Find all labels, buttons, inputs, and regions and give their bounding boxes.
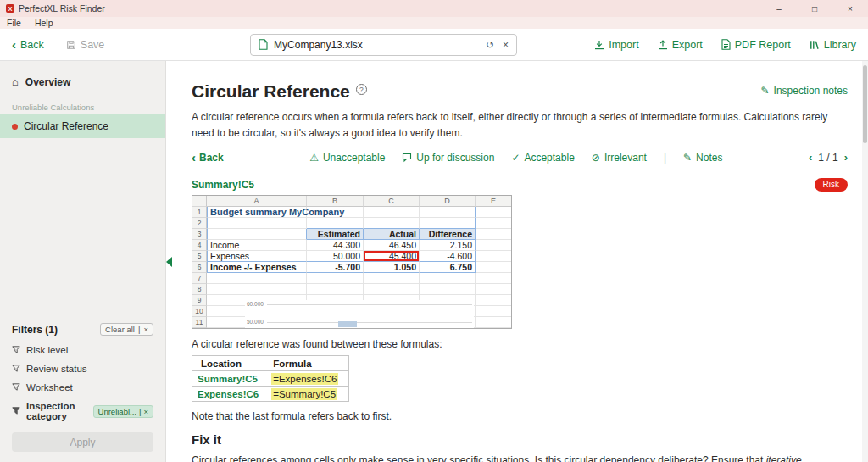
sheet-row: 3 Estimated Actual Difference	[192, 229, 511, 240]
close-file-icon[interactable]: ×	[503, 39, 509, 51]
menu-file[interactable]: File	[7, 18, 21, 28]
formula-table: Location Formula Summary!C5 =Expenses!C6…	[192, 355, 349, 402]
save-button[interactable]: Save	[66, 39, 105, 51]
import-button[interactable]: Import	[594, 39, 638, 51]
row-number: 3	[192, 229, 207, 240]
toolbar: ‹ Back Save MyCompany13.xlsx ↺ ×	[0, 29, 868, 61]
filter-review-status-label: Review status	[26, 364, 87, 374]
filter-review-status[interactable]: Review status	[0, 359, 165, 378]
review-back-button[interactable]: ‹ Back	[192, 152, 224, 164]
sidebar: ⌂ Overview Unreliable Calculations Circu…	[0, 61, 166, 462]
formula-highlight: =Summary!C5	[271, 388, 337, 400]
filters-header: Filters (1) Clear all | ×	[0, 318, 165, 341]
slash-circle-icon: ⊘	[592, 152, 600, 164]
next-page-icon[interactable]: ›	[844, 151, 848, 164]
page-indicator: 1 / 1	[818, 152, 837, 164]
separator: |	[664, 152, 666, 164]
formula-table-header-row: Location Formula	[192, 356, 349, 371]
review-back-label: Back	[199, 152, 224, 164]
formula-location-link[interactable]: Summary!C5	[192, 371, 264, 387]
inspection-notes-link[interactable]: ✎ Inspection notes	[761, 85, 848, 97]
formula-highlight: =Expenses!C6	[271, 373, 338, 385]
vertical-scrollbar[interactable]	[862, 61, 868, 462]
sheet-cell-expenses: Expenses	[207, 251, 307, 262]
toolbar-right: Import Export PDF Report Library	[594, 39, 856, 51]
unacceptable-label: Unacceptable	[323, 152, 385, 164]
spreadsheet-preview: A B C D E 1 Budget summary MyCompany 2	[192, 195, 512, 329]
filter-funnel-icon	[12, 407, 20, 415]
warning-icon: ⚠	[309, 152, 319, 164]
sheet-cell	[476, 240, 511, 251]
acceptable-button[interactable]: ✓ Acceptable	[511, 152, 574, 164]
row-number: 1	[192, 207, 207, 218]
formula-cell: =Summary!C5	[264, 387, 349, 402]
sidebar-collapse-handle[interactable]	[166, 257, 172, 267]
found-text: A circular reference was found between t…	[192, 338, 848, 350]
library-button[interactable]: Library	[810, 39, 856, 51]
sheet-cell: -5.700	[307, 262, 364, 273]
row-number: 9	[192, 295, 207, 306]
help-icon[interactable]: ?	[356, 84, 367, 95]
pdf-report-button[interactable]: PDF Report	[721, 39, 791, 51]
row-number: 7	[192, 273, 207, 284]
close-button[interactable]: ×	[832, 0, 868, 17]
formula-cell: =Expenses!C6	[264, 371, 349, 387]
filter-risk-level[interactable]: Risk level	[0, 341, 165, 359]
up-for-discussion-button[interactable]: Up for discussion	[402, 152, 494, 164]
apply-button[interactable]: Apply	[12, 432, 153, 452]
formula-location-link[interactable]: Expenses!C6	[192, 387, 264, 402]
col-header-d: D	[420, 196, 476, 207]
sheet-cell-actual-header: Actual	[364, 229, 420, 240]
sheet-cell	[364, 273, 420, 284]
undo-icon[interactable]: ↺	[486, 39, 494, 51]
prev-page-icon[interactable]: ‹	[809, 151, 812, 164]
sheet-corner	[192, 196, 207, 207]
filter-inspection-category[interactable]: Inspection category Unreliabl... | ×	[0, 397, 165, 426]
cell-ref-row: Summary!C5 Risk	[192, 178, 848, 192]
sheet-cell: 44.300	[307, 240, 364, 251]
clear-all-button[interactable]: Clear all | ×	[100, 323, 153, 336]
risk-badge: Risk	[815, 178, 848, 192]
sheet-cell	[476, 317, 511, 328]
unacceptable-button[interactable]: ⚠ Unacceptable	[309, 152, 385, 164]
sheet-header-row: A B C D E	[192, 196, 511, 207]
maximize-button[interactable]: □	[797, 0, 832, 17]
filter-worksheet[interactable]: Worksheet	[0, 378, 165, 397]
sheet-cell	[207, 218, 307, 229]
sheet-cell	[364, 284, 420, 295]
chart-gridline	[267, 304, 472, 305]
sheet-cell	[420, 218, 476, 229]
body-row: ⌂ Overview Unreliable Calculations Circu…	[0, 61, 868, 462]
sheet-cell: 1.050	[364, 262, 420, 273]
irrelevant-button[interactable]: ⊘ Irrelevant	[592, 152, 647, 164]
back-button[interactable]: ‹ Back	[12, 39, 44, 51]
file-chip[interactable]: MyCompany13.xlsx ↺ ×	[250, 34, 517, 56]
sheet-cell: 46.450	[364, 240, 420, 251]
sheet-cell	[307, 218, 364, 229]
pdf-document-icon	[721, 39, 731, 50]
sheet-cell	[207, 284, 307, 295]
sheet-row: 5 Expenses 50.000 45.400 -4.600	[192, 251, 511, 262]
sheet-row: 2	[192, 218, 511, 229]
category-filter-badge[interactable]: Unreliabl... | ×	[93, 405, 153, 418]
col-header-b: B	[307, 196, 364, 207]
menu-help[interactable]: Help	[35, 18, 53, 28]
sidebar-item-circular-reference[interactable]: Circular Reference	[0, 114, 165, 138]
sheet-cell	[307, 284, 364, 295]
sidebar-item-overview[interactable]: ⌂ Overview	[0, 70, 165, 94]
sheet-cell	[476, 229, 511, 240]
export-button[interactable]: Export	[658, 39, 703, 51]
notes-label: Notes	[696, 152, 722, 164]
chart-gridline-label: 50.000	[247, 319, 264, 325]
sheet-cell: 50.000	[307, 251, 364, 262]
sheet-row: 7	[192, 273, 511, 284]
sheet-cell	[476, 306, 511, 317]
save-label: Save	[81, 39, 105, 51]
scrollbar-thumb[interactable]	[863, 65, 867, 143]
notes-button[interactable]: ✎ Notes	[683, 152, 722, 164]
circular-reference-cell-c5[interactable]: 45.400	[364, 251, 420, 262]
cell-reference[interactable]: Summary!C5	[192, 179, 254, 191]
category-badge-close-icon[interactable]: ×	[143, 407, 148, 416]
minimize-button[interactable]: –	[761, 0, 797, 17]
category-badge-label: Unreliabl...	[98, 407, 136, 416]
